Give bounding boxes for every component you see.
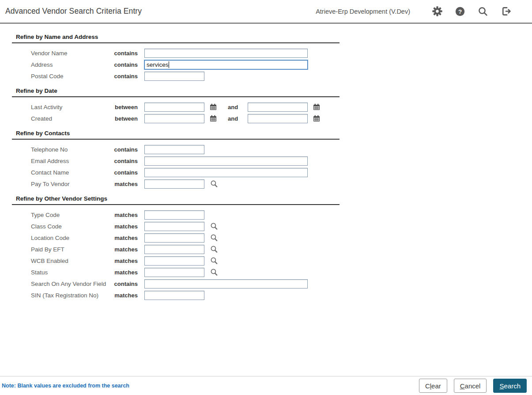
- and-label: and: [228, 104, 238, 110]
- operator-label: matches: [110, 235, 138, 241]
- search-button[interactable]: Search: [493, 379, 527, 393]
- search-on-any-vendor-field-input[interactable]: [144, 279, 308, 289]
- type-code-input[interactable]: [144, 210, 204, 220]
- field-inputs: and: [144, 103, 320, 112]
- field-inputs: [144, 222, 218, 231]
- operator-label: contains: [110, 61, 138, 68]
- footer-buttons: ClearCancelSearch: [412, 379, 527, 393]
- footer-note: Note: Blank values are excluded from the…: [0, 383, 129, 389]
- class-code-input[interactable]: [144, 222, 204, 231]
- last-activity-to-input[interactable]: [248, 103, 308, 112]
- lookup-search-icon[interactable]: [210, 222, 218, 230]
- field-inputs: [144, 156, 308, 166]
- field-row-vendor-name: Vendor Namecontains: [12, 47, 340, 59]
- type-code-input-wrap: [144, 210, 204, 220]
- cancel-button[interactable]: Cancel: [454, 379, 487, 393]
- field-row-type-code: Type Codematches: [12, 209, 340, 220]
- pay-to-vendor-input[interactable]: [144, 179, 204, 189]
- wcb-enabled-input[interactable]: [144, 256, 204, 266]
- operator-label: contains: [110, 169, 138, 176]
- clear-button[interactable]: Clear: [419, 379, 447, 393]
- calendar-icon[interactable]: [313, 103, 320, 110]
- header-bar: Advanced Vendor Search Criteria Entry At…: [0, 0, 532, 24]
- logout-icon[interactable]: [500, 6, 512, 17]
- created-to-input-wrap: [248, 114, 308, 123]
- class-code-input-wrap: [144, 222, 204, 231]
- field-row-location-code: Location Codematches: [12, 232, 340, 243]
- lookup-search-icon[interactable]: [210, 245, 218, 253]
- field-row-search-on-any-vendor-field: Search On Any Vendor Fieldcontains: [12, 278, 340, 289]
- section-title: Refine by Contacts: [12, 130, 340, 139]
- search-form: Refine by Name and AddressVendor Namecon…: [12, 24, 340, 301]
- operator-label: contains: [110, 146, 138, 153]
- paid-by-eft-input[interactable]: [144, 245, 204, 254]
- operator-label: contains: [110, 158, 138, 164]
- created-to-input[interactable]: [248, 114, 308, 123]
- field-label: Type Code: [31, 212, 110, 218]
- field-row-contact-name: Contact Namecontains: [12, 167, 340, 178]
- vendor-name-input-wrap: [144, 49, 308, 58]
- environment-label: Atrieve-Erp Development (V.Dev): [316, 8, 410, 15]
- field-inputs: [144, 72, 204, 81]
- search-icon[interactable]: [477, 6, 489, 17]
- section-refine-by-name-and-address: Refine by Name and AddressVendor Namecon…: [12, 34, 340, 82]
- sin-tax-registration-no-input[interactable]: [144, 291, 204, 300]
- field-label: Email Address: [31, 158, 110, 164]
- field-inputs: and: [144, 114, 320, 123]
- field-inputs: [144, 60, 308, 69]
- created-from-input[interactable]: [144, 114, 204, 123]
- field-inputs: [144, 268, 218, 277]
- location-code-input[interactable]: [144, 233, 204, 243]
- telephone-no-input-wrap: [144, 145, 204, 154]
- field-inputs: [144, 256, 218, 266]
- address-input-wrap: [144, 60, 308, 69]
- field-row-class-code: Class Codematches: [12, 220, 340, 232]
- lookup-search-icon[interactable]: [210, 257, 218, 265]
- calendar-icon[interactable]: [210, 103, 217, 110]
- help-icon[interactable]: ?: [454, 6, 466, 17]
- lookup-search-icon[interactable]: [210, 234, 218, 242]
- operator-label: between: [110, 104, 138, 110]
- settings-gear-icon[interactable]: [431, 6, 443, 17]
- field-inputs: [144, 210, 204, 220]
- field-inputs: [144, 145, 204, 154]
- field-row-telephone-no: Telephone Nocontains: [12, 144, 340, 155]
- field-inputs: [144, 168, 308, 177]
- telephone-no-input[interactable]: [144, 145, 204, 154]
- email-address-input[interactable]: [144, 156, 308, 166]
- operator-label: matches: [110, 292, 138, 299]
- field-label: Class Code: [31, 223, 110, 230]
- operator-label: matches: [110, 223, 138, 230]
- field-label: SIN (Tax Registration No): [31, 292, 110, 299]
- search-on-any-vendor-field-input-wrap: [144, 279, 308, 289]
- footer-bar: Note: Blank values are excluded from the…: [0, 376, 532, 395]
- operator-label: contains: [110, 50, 138, 57]
- operator-label: contains: [110, 73, 138, 80]
- section-title: Refine by Other Vendor Settings: [12, 195, 340, 204]
- field-label: Status: [31, 269, 110, 276]
- email-address-input-wrap: [144, 156, 308, 166]
- field-label: Paid By EFT: [31, 246, 110, 253]
- field-inputs: [144, 291, 204, 300]
- lookup-search-icon[interactable]: [210, 180, 218, 188]
- last-activity-from-input[interactable]: [144, 103, 204, 112]
- calendar-icon[interactable]: [210, 115, 217, 122]
- header-right: Atrieve-Erp Development (V.Dev) ?: [316, 6, 512, 17]
- vendor-name-input[interactable]: [144, 49, 308, 58]
- lookup-search-icon[interactable]: [210, 268, 218, 276]
- field-label: Last Activity: [31, 104, 110, 110]
- field-label: Postal Code: [31, 73, 110, 80]
- field-label: Search On Any Vendor Field: [31, 281, 110, 287]
- calendar-icon[interactable]: [313, 115, 320, 122]
- field-inputs: [144, 49, 308, 58]
- last-activity-to-input-wrap: [248, 103, 308, 112]
- field-inputs: [144, 279, 308, 289]
- postal-code-input-wrap: [144, 72, 204, 81]
- field-inputs: [144, 179, 218, 189]
- created-from-input-wrap: [144, 114, 204, 123]
- svg-text:?: ?: [458, 8, 462, 15]
- field-label: Telephone No: [31, 146, 110, 153]
- status-input[interactable]: [144, 268, 204, 277]
- contact-name-input[interactable]: [144, 168, 308, 177]
- postal-code-input[interactable]: [144, 72, 204, 81]
